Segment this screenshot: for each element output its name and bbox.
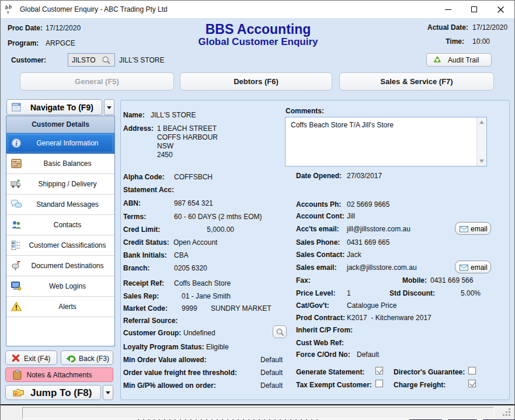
truck-icon bbox=[11, 179, 22, 189]
sales-contact-value: Jack bbox=[347, 251, 361, 259]
cat-gov-value: Catalogue Price bbox=[347, 301, 396, 310]
resize-grip[interactable] bbox=[503, 408, 511, 416]
sidebar-item-general-information[interactable]: i General Information bbox=[6, 133, 114, 154]
market-code-desc: SUNDRY MARKET bbox=[211, 304, 272, 313]
close-button[interactable] bbox=[488, 1, 514, 18]
alerts-icon bbox=[11, 301, 22, 312]
email-button-label: email bbox=[471, 263, 488, 272]
charge-freight-checkbox[interactable] bbox=[468, 380, 476, 387]
cat-gov-label: Cat/Gov't: bbox=[296, 301, 329, 310]
app-icon: b b s bbox=[5, 4, 17, 15]
audit-trail-icon bbox=[433, 55, 442, 65]
market-code-label: Market Code: bbox=[123, 304, 168, 313]
comments-scrollbar[interactable] bbox=[476, 117, 486, 166]
abn-value: 987 654 321 bbox=[174, 199, 213, 207]
back-button[interactable]: Back (F3) bbox=[61, 350, 113, 365]
sales-email-label: Sales email: bbox=[296, 263, 336, 272]
exit-label: Exit (F4) bbox=[24, 355, 50, 363]
customer-group-search-button[interactable] bbox=[273, 325, 287, 338]
maximize-button[interactable] bbox=[461, 1, 488, 18]
freight-threshold-label: Order value freight free threshold: bbox=[123, 369, 237, 377]
cust-web-ref-label: Cust Web Ref: bbox=[296, 339, 344, 347]
sidebar-item-label: Shipping / Delivery bbox=[38, 180, 96, 188]
sidebar-item-web-logins[interactable]: Web Logins bbox=[6, 276, 114, 297]
sidebar-item-document-destinations[interactable]: Document Destinations bbox=[6, 256, 114, 276]
customer-code-value: JILSTO bbox=[72, 56, 95, 64]
std-discount-label: Std Discount: bbox=[389, 289, 435, 297]
notes-attachments-button[interactable]: Notes & Attachments bbox=[5, 367, 113, 382]
alpha-code-value: COFFSBCH bbox=[174, 173, 213, 181]
directors-guarantee-checkbox[interactable] bbox=[468, 367, 476, 374]
bank-initials-value: CBA bbox=[174, 251, 189, 259]
sales-email-button[interactable]: email bbox=[455, 261, 491, 273]
terms-label: Terms: bbox=[123, 213, 146, 221]
sidebar-item-basic-balances[interactable]: Basic Balances bbox=[6, 154, 114, 174]
tab-debtors[interactable]: Debtors (F6) bbox=[180, 72, 332, 91]
svg-text:s: s bbox=[6, 9, 9, 15]
tab-general[interactable]: General (F5) bbox=[20, 72, 174, 91]
exit-icon bbox=[11, 353, 20, 363]
info-icon: i bbox=[11, 138, 22, 148]
loyalty-label: Loyalty Program Status: bbox=[123, 343, 204, 351]
price-level-value: 1 bbox=[347, 289, 351, 297]
minimize-button[interactable] bbox=[435, 1, 461, 18]
sidebar-item-label: Contacts bbox=[54, 221, 81, 229]
jump-to-button[interactable]: Jump To (F8) bbox=[5, 385, 101, 400]
sales-phone-label: Sales Phone: bbox=[296, 238, 340, 247]
abn-label: ABN: bbox=[123, 199, 141, 207]
comments-box[interactable]: Coffs Beach Store T/A Jill's Store bbox=[285, 117, 487, 166]
fax-label: Fax: bbox=[296, 276, 311, 284]
accts-email-button[interactable]: email bbox=[455, 222, 491, 235]
back-label: Back (F3) bbox=[79, 355, 109, 363]
scroll-down-button[interactable] bbox=[477, 157, 487, 166]
customer-search-icon[interactable] bbox=[102, 55, 111, 65]
exit-button[interactable]: Exit (F4) bbox=[5, 350, 57, 365]
prod-contract-label: Prod Contract: bbox=[296, 314, 345, 322]
navigate-to-label: Navigate To (F9) bbox=[30, 103, 93, 112]
cred-limit-value: 5,000.00 bbox=[193, 225, 234, 234]
account-cont-value: Jill bbox=[347, 212, 355, 220]
date-opened-label: Date Opened: bbox=[296, 172, 342, 180]
sidebar-item-label: Basic Balances bbox=[43, 159, 91, 168]
jump-to-icon bbox=[13, 388, 25, 398]
sidebar-item-label: General Information bbox=[36, 139, 98, 147]
branch-value: 0205 6320 bbox=[174, 264, 207, 272]
sales-contact-label: Sales Contact: bbox=[296, 251, 345, 259]
sidebar-item-label: Alerts bbox=[58, 303, 76, 311]
receipt-ref-value: Coffs Beach Store bbox=[174, 279, 231, 287]
sales-phone-value: 0431 669 665 bbox=[347, 238, 389, 247]
sidebar-item-standard-messages[interactable]: Standard Messages bbox=[6, 195, 114, 215]
actual-date-value: 17/12/2020 bbox=[472, 23, 507, 32]
address-line: COFFS HARBOUR bbox=[157, 133, 218, 141]
sidebar-item-label: Document Destinations bbox=[31, 262, 103, 270]
tax-exempt-checkbox[interactable] bbox=[375, 380, 383, 387]
scroll-up-button[interactable] bbox=[477, 117, 487, 127]
min-gp-label: Min G/P% allowed on order: bbox=[123, 381, 216, 390]
tab-sales-service[interactable]: Sales & Service (F7) bbox=[339, 72, 494, 91]
audit-trail-button[interactable]: Audit Trail bbox=[426, 53, 492, 67]
sidebar-item-shipping-delivery[interactable]: Shipping / Delivery bbox=[6, 174, 114, 195]
email-button-label: email bbox=[471, 225, 488, 233]
comments-text: Coffs Beach Store T/A Jill's Store bbox=[291, 121, 394, 129]
status-field bbox=[22, 407, 494, 419]
contacts-icon bbox=[11, 220, 22, 230]
sidebar-item-contacts[interactable]: Contacts bbox=[6, 215, 114, 235]
generate-statement-checkbox[interactable] bbox=[375, 367, 383, 374]
mobile-label: Mobile: bbox=[402, 276, 427, 284]
navigate-to-dropdown[interactable] bbox=[104, 99, 114, 115]
customer-name: JILL'S STORE bbox=[119, 56, 164, 64]
bank-initials-label: Bank Initials: bbox=[123, 251, 167, 259]
accts-email-value: jill@jillsstore.com.au bbox=[347, 225, 410, 233]
time-value: 10:00 bbox=[472, 37, 490, 46]
customer-code-input[interactable]: JILSTO bbox=[68, 53, 115, 67]
jump-to-dropdown[interactable] bbox=[103, 385, 113, 400]
address-label: Address: bbox=[123, 124, 154, 133]
sales-rep-label: Sales Rep: bbox=[123, 292, 159, 300]
sidebar-item-alerts[interactable]: Alerts bbox=[6, 297, 114, 317]
terms-value: 60 - 60 DAYS (2 mths EOM) bbox=[174, 213, 262, 221]
navigate-to-button[interactable]: Navigate To (F9) bbox=[6, 99, 102, 115]
sidebar-item-customer-classifications[interactable]: Customer Classifications bbox=[6, 235, 114, 256]
force-cord-label: Force C/Ord No: bbox=[296, 350, 350, 359]
cred-limit-label: Cred Limit: bbox=[123, 225, 160, 234]
address-line: 2450 bbox=[157, 151, 173, 159]
